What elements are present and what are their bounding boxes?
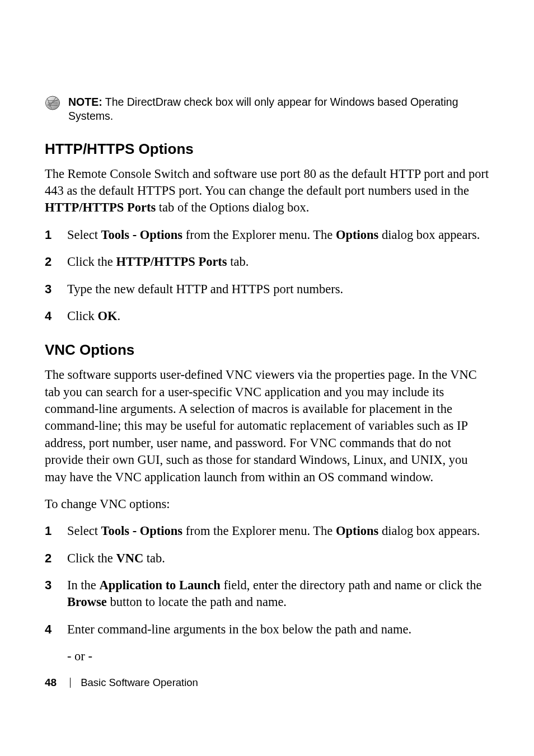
text: Select (67, 524, 101, 538)
bold-text: Options (336, 524, 378, 538)
bold-text: HTTP/HTTPS Ports (45, 200, 156, 214)
step-4: Click OK. (45, 308, 489, 325)
footer-divider (70, 678, 71, 688)
text: dialog box appears. (378, 524, 480, 538)
bold-text: Application to Launch (99, 578, 220, 592)
text: Enter command-line arguments in the box … (67, 622, 411, 636)
note-text: NOTE: The DirectDraw check box will only… (68, 95, 489, 124)
text: tab of the Options dialog box. (156, 200, 309, 214)
note-block: NOTE: The DirectDraw check box will only… (45, 95, 489, 124)
text: from the Explorer menu. The (182, 524, 336, 538)
bold-text: Browse (67, 595, 107, 609)
text: button to locate the path and name. (107, 595, 287, 609)
or-separator: - or - (67, 648, 489, 665)
text: dialog box appears. (378, 228, 480, 242)
text: tab. (143, 551, 165, 565)
text: In the (67, 578, 99, 592)
heading-vnc-options: VNC Options (45, 341, 489, 359)
step-2: Click the HTTP/HTTPS Ports tab. (45, 253, 489, 270)
bold-text: VNC (116, 551, 143, 565)
steps-vnc: Select Tools - Options from the Explorer… (45, 523, 489, 638)
text: tab. (227, 255, 249, 269)
bold-text: HTTP/HTTPS Ports (116, 255, 227, 269)
text: . (117, 309, 120, 323)
text: The Remote Console Switch and software u… (45, 167, 489, 198)
text: Select (67, 228, 101, 242)
text: Click the (67, 551, 116, 565)
page-footer: 48 Basic Software Operation (45, 677, 198, 689)
lead-vnc: To change VNC options: (45, 496, 489, 513)
note-body: The DirectDraw check box will only appea… (68, 96, 458, 122)
step-1: Select Tools - Options from the Explorer… (45, 227, 489, 243)
intro-http: The Remote Console Switch and software u… (45, 166, 489, 217)
step-2: Click the VNC tab. (45, 550, 489, 567)
intro-vnc: The software supports user-defined VNC v… (45, 367, 489, 486)
text: from the Explorer menu. The (182, 228, 336, 242)
page-number: 48 (45, 677, 57, 689)
steps-http: Select Tools - Options from the Explorer… (45, 227, 489, 325)
step-1: Select Tools - Options from the Explorer… (45, 523, 489, 539)
text: Type the new default HTTP and HTTPS port… (67, 282, 343, 296)
note-icon (45, 95, 60, 113)
step-3: Type the new default HTTP and HTTPS port… (45, 281, 489, 298)
bold-text: Tools - Options (101, 228, 182, 242)
note-label: NOTE: (68, 96, 102, 108)
text: Click the (67, 255, 116, 269)
bold-text: Options (336, 228, 378, 242)
step-4: Enter command-line arguments in the box … (45, 621, 489, 638)
page: NOTE: The DirectDraw check box will only… (0, 0, 534, 756)
chapter-title: Basic Software Operation (81, 677, 198, 689)
bold-text: Tools - Options (101, 524, 182, 538)
text: Click (67, 309, 97, 323)
text: field, enter the directory path and name… (221, 578, 482, 592)
heading-http-https-options: HTTP/HTTPS Options (45, 140, 489, 158)
bold-text: OK (97, 309, 117, 323)
step-3: In the Application to Launch field, ente… (45, 577, 489, 611)
